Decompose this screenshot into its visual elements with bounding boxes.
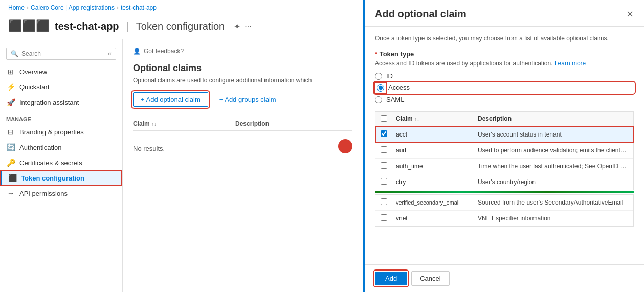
radio-saml[interactable]: SAML: [375, 96, 634, 103]
claim-check-vnet[interactable]: [381, 214, 387, 221]
breadcrumb-app-registrations[interactable]: Calero Core | App registrations: [31, 4, 115, 11]
sidebar-item-api-permissions[interactable]: → API permissions: [0, 186, 122, 201]
claim-check-verified[interactable]: [381, 198, 387, 205]
radio-saml-label: SAML: [386, 96, 404, 103]
authentication-icon: 🔄: [6, 143, 15, 151]
claim-desc-acct: User's account status in tenant: [478, 131, 628, 138]
breadcrumb-current[interactable]: test-chat-app: [121, 4, 157, 11]
feedback-text: Got feedback?: [144, 48, 184, 55]
pin-icon[interactable]: ✦: [234, 21, 240, 31]
claim-check-aud[interactable]: [381, 146, 387, 153]
radio-id-input[interactable]: [375, 73, 382, 80]
radio-access-input[interactable]: [377, 84, 384, 92]
add-optional-claim-button[interactable]: + Add optional claim: [133, 92, 208, 107]
sidebar-item-label: Overview: [19, 68, 47, 76]
overview-icon: ⊞: [6, 68, 15, 76]
claims-table-header: Claim ↑↓ Description: [133, 117, 352, 131]
claim-row-acct: acct User's account status in tenant: [375, 127, 633, 143]
radio-access[interactable]: Access: [375, 83, 634, 93]
token-type-label: * Token type: [375, 50, 634, 58]
app-header: ⬛⬛⬛ test-chat-app | Token configuration …: [0, 15, 363, 39]
claim-label-aud: aud: [396, 147, 478, 154]
collapse-icon[interactable]: «: [108, 50, 112, 57]
sidebar-item-label: Integration assistant: [19, 99, 79, 106]
claim-col-header: Claim ↑↓: [396, 115, 478, 123]
breadcrumb: Home › Calero Core | App registrations ›…: [0, 0, 363, 15]
more-icon[interactable]: ···: [245, 21, 251, 31]
claim-label-auth-time: auth_time: [396, 163, 478, 170]
sidebar-item-certificates[interactable]: 🔑 Certificates & secrets: [0, 155, 122, 170]
claims-table-header: Claim ↑↓ Description: [375, 112, 633, 127]
app-icon: ⬛⬛⬛: [8, 19, 50, 33]
red-dot-indicator: [338, 139, 352, 153]
claim-row-verified-secondary-email: verified_secondary_email Sourced from th…: [375, 195, 633, 211]
radio-id[interactable]: ID: [375, 72, 634, 80]
claim-check-acct[interactable]: [381, 130, 387, 137]
modal-close-button[interactable]: ✕: [626, 9, 634, 20]
sidebar-item-quickstart[interactable]: ⚡ Quickstart: [0, 79, 122, 95]
radio-id-label: ID: [386, 72, 393, 80]
certificates-icon: 🔑: [6, 159, 15, 167]
sidebar-item-label: Authentication: [19, 144, 61, 151]
branding-icon: ⊟: [6, 128, 15, 136]
claim-row-aud: aud Used to perform audience validation;…: [375, 143, 633, 159]
claim-row-ctry: ctry User's country/region: [375, 174, 633, 190]
claim-label-vnet: vnet: [396, 215, 478, 222]
learn-more-link[interactable]: Learn more: [554, 60, 586, 67]
select-all-checkbox[interactable]: [381, 115, 387, 122]
sidebar-item-integration[interactable]: 🚀 Integration assistant: [0, 95, 122, 110]
radio-group: ID Access SAML: [375, 72, 634, 103]
claim-desc-vnet: VNET specifier information: [478, 215, 628, 222]
search-icon: 🔍: [11, 50, 18, 57]
page-title: Token configuration: [136, 20, 225, 32]
breadcrumb-home[interactable]: Home: [8, 4, 25, 11]
claim-label-acct: acct: [396, 131, 478, 138]
claim-desc-aud: Used to perform audience validation; emi…: [478, 147, 628, 154]
col-desc-header: Description: [235, 120, 352, 127]
radio-access-label: Access: [388, 84, 410, 92]
sidebar-item-label: Branding & properties: [19, 128, 84, 136]
token-icon: ⬛: [8, 174, 17, 182]
feedback-bar: 👤 Got feedback?: [133, 48, 352, 55]
cancel-button[interactable]: Cancel: [411, 271, 449, 286]
claim-desc-verified: Sourced from the user's SecondaryAuthori…: [478, 199, 628, 206]
bottom-claims-table: verified_secondary_email Sourced from th…: [375, 194, 634, 227]
sidebar: 🔍 « ⊞ Overview ⚡ Quickstart 🚀 Integratio…: [0, 39, 123, 292]
radio-saml-input[interactable]: [375, 96, 382, 103]
manage-section-label: Manage: [0, 110, 122, 124]
left-panel: Home › Calero Core | App registrations ›…: [0, 0, 363, 292]
claim-check-auth-time[interactable]: [381, 162, 387, 169]
content-description: Optional claims are used to configure ad…: [133, 77, 352, 84]
desc-col-header: Description: [478, 115, 628, 123]
add-button[interactable]: Add: [375, 272, 407, 285]
sidebar-item-token-configuration[interactable]: ⬛ Token configuration: [0, 170, 122, 186]
sidebar-item-label: Quickstart: [19, 83, 50, 91]
main-layout: 🔍 « ⊞ Overview ⚡ Quickstart 🚀 Integratio…: [0, 39, 363, 292]
action-bar: + Add optional claim + Add groups claim: [133, 92, 352, 107]
sidebar-item-authentication[interactable]: 🔄 Authentication: [0, 140, 122, 155]
add-groups-claim-button[interactable]: + Add groups claim: [212, 93, 283, 106]
content-area: 👤 Got feedback? Optional claims Optional…: [123, 39, 363, 292]
claim-desc-ctry: User's country/region: [478, 178, 628, 186]
claims-table: Claim ↑↓ Description acct User's account…: [375, 111, 634, 190]
api-icon: →: [6, 189, 15, 197]
sidebar-item-label: Token configuration: [21, 174, 84, 182]
search-input[interactable]: [21, 50, 103, 57]
app-name: test-chat-app: [55, 20, 119, 32]
modal-title: Add optional claim: [375, 8, 467, 20]
claim-desc-auth-time: Time when the user last authenticated; S…: [478, 163, 628, 170]
sidebar-item-branding[interactable]: ⊟ Branding & properties: [0, 124, 122, 140]
integration-icon: 🚀: [6, 98, 15, 106]
feedback-icon: 👤: [133, 48, 141, 55]
content-title: Optional claims: [133, 63, 352, 74]
no-results: No results.: [133, 145, 165, 152]
table-separator: [375, 191, 634, 193]
sidebar-item-label: Certificates & secrets: [19, 159, 82, 167]
sort-icon: ↑↓: [151, 121, 157, 127]
claim-label-ctry: ctry: [396, 178, 478, 186]
claim-check-ctry[interactable]: [381, 178, 387, 185]
claim-row-vnet: vnet VNET specifier information: [375, 211, 633, 226]
sidebar-item-overview[interactable]: ⊞ Overview: [0, 64, 122, 79]
search-box: 🔍 «: [6, 48, 116, 60]
modal-header: Add optional claim ✕: [365, 0, 644, 27]
